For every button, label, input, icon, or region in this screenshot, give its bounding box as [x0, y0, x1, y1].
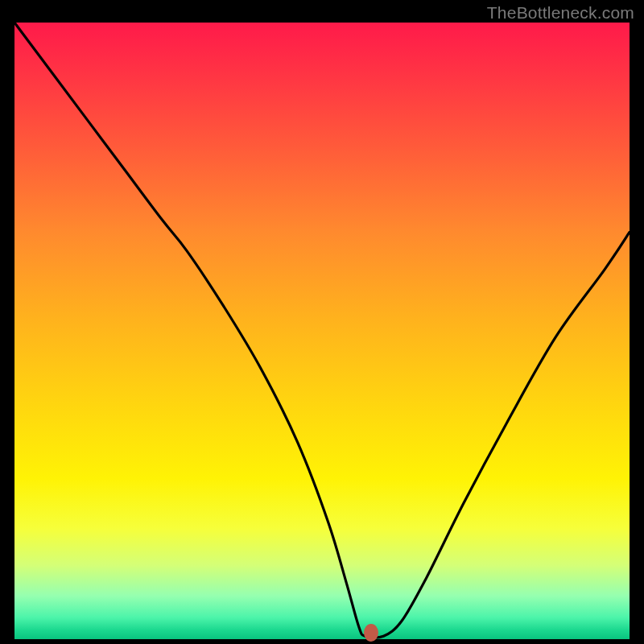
curve-path: [14, 23, 630, 638]
optimal-point-marker: [364, 624, 378, 642]
watermark-text: TheBottleneck.com: [487, 3, 634, 23]
bottleneck-curve: [14, 23, 630, 639]
chart-frame: [14, 23, 630, 639]
